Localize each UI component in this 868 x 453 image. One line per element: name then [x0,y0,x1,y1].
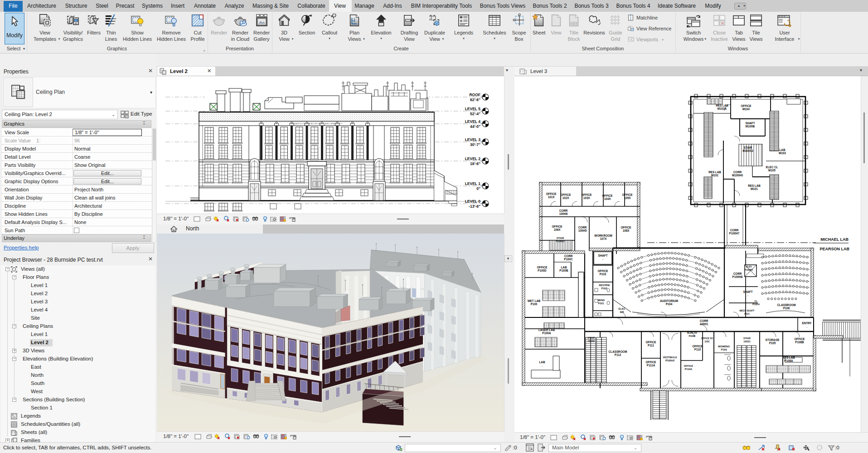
svg-text:RES LAB: RES LAB [782,356,795,359]
svg-text:P112: P112 [615,353,621,356]
svg-text:OFFICE: OFFICE [546,192,556,195]
svg-text:SHAFT: SHAFT [743,290,753,293]
svg-text:LEVEL 4: LEVEL 4 [465,119,481,124]
svg-text:P102: P102 [601,287,607,290]
svg-text:M101: M101 [751,187,758,190]
svg-text:107X: 107X [600,237,607,240]
svg-text:P101: P101 [598,302,604,305]
svg-text:LEVEL 3: LEVEL 3 [465,137,481,142]
svg-text:P100A: P100A [542,331,551,335]
svg-text:P100E5: P100E5 [745,268,753,271]
svg-text:OFFICE: OFFICE [741,104,751,107]
svg-text:OFFICE: OFFICE [602,194,612,197]
svg-text:110C: 110C [704,340,710,343]
svg-text:WOMENS: WOMENS [718,345,730,348]
svg-text:M104: M104 [742,107,750,111]
svg-text:CORR: CORR [700,319,708,322]
svg-text:44'-0": 44'-0" [470,124,480,129]
svg-text:LAB: LAB [561,266,567,269]
svg-text:OFFICE: OFFICE [684,365,693,367]
svg-text:P105: P105 [769,341,776,345]
svg-text:P111A: P111A [647,364,655,367]
svg-text:RES LAB: RES LAB [748,184,761,187]
svg-text:CL: CL [755,300,758,302]
svg-text:MICHAEL LAB: MICHAEL LAB [820,237,849,242]
svg-text:OFFICE: OFFICE [537,266,547,269]
svg-text:LEVEL 5: LEVEL 5 [465,107,481,111]
svg-text:M102: M102 [711,174,718,177]
svg-text:OFFICE: OFFICE [794,337,805,341]
svg-text:100H1: 100H1 [700,322,708,326]
svg-text:P100H7: P100H7 [729,232,740,235]
svg-text:106X: 106X [554,228,561,231]
svg-text:100H6: 100H6 [559,212,568,215]
svg-text:AUDITORIUM: AUDITORIUM [660,299,678,302]
svg-text:WET LAB: WET LAB [528,299,541,302]
svg-text:LEVEL 1: LEVEL 1 [465,181,481,186]
svg-text:P105A: P105A [752,303,760,306]
svg-text:OFFICE: OFFICE [581,193,592,196]
svg-text:M105: M105 [768,169,776,172]
svg-text:STAIR: STAIR [743,337,751,340]
svg-text:OFFICE: OFFICE [560,193,571,196]
svg-text:P110: P110 [694,348,701,351]
svg-text:WORKROOM: WORKROOM [594,234,612,237]
svg-text:P109: P109 [721,348,727,351]
svg-text:108X: 108X [623,229,630,232]
svg-text:P110A: P110A [685,368,693,370]
svg-text:P100E: P100E [689,335,696,337]
svg-text:LAB: LAB [539,360,545,364]
svg-text:P106: P106 [783,307,790,310]
svg-text:P104: P104 [666,302,673,306]
svg-text:.: . [542,364,543,367]
svg-text:.: . [747,293,748,297]
svg-text:LASER LAB: LASER LAB [538,328,555,331]
svg-text:CLASSROOM: CLASSROOM [609,350,627,353]
svg-text:101X: 101X [548,195,555,199]
svg-text:M102A: M102A [718,107,727,110]
svg-text:LAB: LAB [780,148,786,151]
svg-text:52'-4": 52'-4" [470,112,480,116]
svg-text:RESTRM: RESTRM [599,284,610,287]
svg-text:P100: P100 [531,302,538,306]
svg-text:M100B: M100B [746,125,755,128]
svg-text:P103: P103 [600,273,606,276]
svg-text:62'-6": 62'-6" [470,97,480,102]
svg-text:LEVEL 2: LEVEL 2 [465,156,481,161]
svg-text:CORR: CORR [733,272,742,275]
svg-text:P100D: P100D [538,269,547,272]
svg-text:16'-6": 16'-6" [470,161,480,166]
svg-text:PEARSON LAB: PEARSON LAB [820,247,849,251]
svg-text:SHAFT: SHAFT [598,254,608,257]
svg-text:P100B: P100B [559,269,568,272]
svg-text:M103: M103 [779,151,786,155]
svg-text:P100H2: P100H2 [665,359,674,362]
svg-text:104X: 104X [604,197,611,200]
svg-text:MENS: MENS [597,299,605,302]
svg-text:OFFICE: OFFICE [597,269,608,273]
svg-text:-13'-6": -13'-6" [469,204,480,209]
svg-text:.: . [806,325,807,328]
svg-text:P100S2: P100S2 [556,240,565,243]
svg-text:BLDG SV: BLDG SV [687,331,698,334]
svg-text:LEVEL 0: LEVEL 0 [465,199,481,204]
svg-text:CORR: CORR [564,254,573,258]
svg-text:MECH SHAFT: MECH SHAFT [740,309,755,312]
svg-text:P108A: P108A [784,359,793,362]
svg-text:30'-7": 30'-7" [470,142,480,147]
svg-text:RES LAB: RES LAB [716,104,728,107]
svg-text:M100H0: M100H0 [732,174,743,177]
svg-text:100S1: 100S1 [743,340,751,343]
svg-text:ELEC CL: ELEC CL [766,166,778,169]
svg-text:P100H8: P100H8 [732,275,743,278]
svg-text:STAIR: STAIR [587,336,595,339]
svg-text:OFFICE: OFFICE [692,345,703,348]
svg-text:RES LAB: RES LAB [708,170,721,174]
svg-text:OFFICE SV: OFFICE SV [701,337,713,340]
svg-text:OFFICE: OFFICE [645,341,656,344]
svg-text:CLASSROOM: CLASSROOM [777,303,796,307]
svg-text:OFFICE: OFFICE [645,360,656,364]
svg-text:.: . [602,257,603,260]
svg-text:ELEV: ELEV [746,265,752,268]
svg-text:OFFICE: OFFICE [622,193,632,196]
